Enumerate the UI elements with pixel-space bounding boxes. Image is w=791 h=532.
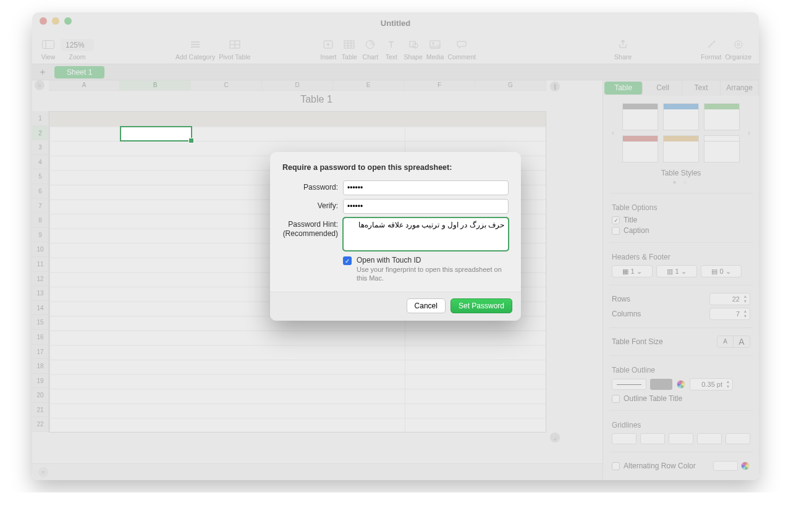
touchid-label: Open with Touch ID — [357, 256, 421, 264]
app-window: Untitled View 125% Zoom Add Category Piv… — [32, 12, 759, 480]
touchid-option[interactable]: ✓ Open with Touch ID Use your fingerprin… — [343, 256, 509, 283]
verify-input[interactable] — [343, 199, 509, 214]
hint-input[interactable]: حرف بزرگ در اول و ترتیب مورد علاقه شماره… — [343, 217, 509, 251]
password-input[interactable] — [343, 180, 509, 195]
checkmark-icon: ✓ — [343, 256, 352, 265]
verify-label: Verify: — [282, 199, 338, 211]
cancel-button[interactable]: Cancel — [407, 298, 446, 313]
password-dialog: Require a password to open this spreadsh… — [270, 152, 521, 321]
selected-cell[interactable] — [121, 127, 192, 141]
password-label: Password: — [282, 180, 338, 192]
hint-label: Password Hint: (Recommended) — [282, 217, 338, 239]
dialog-heading: Require a password to open this spreadsh… — [282, 163, 509, 172]
touchid-description: Use your fingerprint to open this spread… — [357, 265, 509, 283]
set-password-button[interactable]: Set Password — [450, 298, 512, 313]
